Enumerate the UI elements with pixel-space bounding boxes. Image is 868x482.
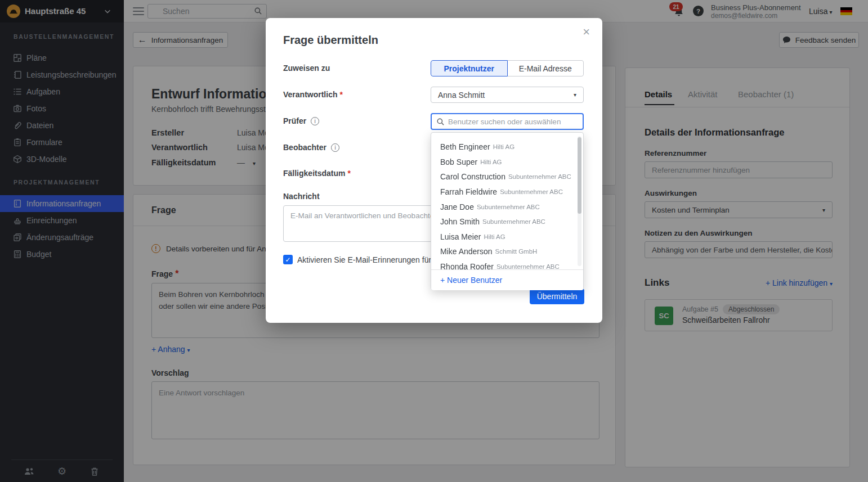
submit-button[interactable]: Übermitteln (530, 289, 584, 304)
verantwortlich-select[interactable]: Anna Schmitt ▾ (431, 87, 584, 103)
caret-down-icon: ▾ (574, 92, 576, 98)
user-option[interactable]: Bob SuperHilti AG (431, 155, 584, 170)
user-option[interactable]: Carol ConstructionSubunternehmer ABC (431, 169, 584, 184)
new-user-button[interactable]: + Neuer Benutzer (431, 269, 583, 290)
pruefer-search-wrap (431, 113, 584, 130)
user-option[interactable]: Mike AndersonSchmitt GmbH (431, 244, 584, 259)
user-option[interactable]: Farrah FieldwireSubunternehmer ABC (431, 184, 584, 200)
user-list: Beth EngineerHilti AG Bob SuperHilti AG … (431, 133, 584, 269)
scrollbar-thumb[interactable] (578, 137, 581, 214)
toggle-projektnutzer[interactable]: Projektnutzer (431, 60, 508, 76)
user-option[interactable]: Jane DoeSubunternehmer ABC (431, 199, 584, 214)
user-option[interactable]: Beth EngineerHilti AG (431, 139, 584, 155)
modal-title: Frage übermitteln (283, 34, 378, 47)
user-option[interactable]: Luisa MeierHilti AG (431, 229, 584, 245)
toggle-email-adresse[interactable]: E-Mail Adresse (508, 60, 584, 76)
email-reminder-checkbox[interactable]: ✓ (283, 255, 293, 264)
assign-toggle: Projektnutzer E-Mail Adresse (431, 60, 584, 76)
info-icon: i (331, 143, 339, 152)
info-icon: i (311, 117, 319, 125)
email-reminder-label: Aktivieren Sie E-Mail-Erinnerungen für d… (297, 255, 445, 264)
search-icon (436, 118, 445, 126)
pruefer-search-input[interactable] (448, 118, 578, 126)
pruefer-user-dropdown: Beth EngineerHilti AG Bob SuperHilti AG … (431, 132, 584, 290)
app-window: Hauptstraße 45 BAUSTELLENMANAGEMENT Plän… (0, 0, 868, 482)
user-option[interactable]: John SmithSubunternehmer ABC (431, 214, 584, 229)
user-option[interactable]: Rhonda RooferSubunternehmer ABC (431, 259, 584, 269)
close-icon[interactable]: × (583, 25, 590, 39)
